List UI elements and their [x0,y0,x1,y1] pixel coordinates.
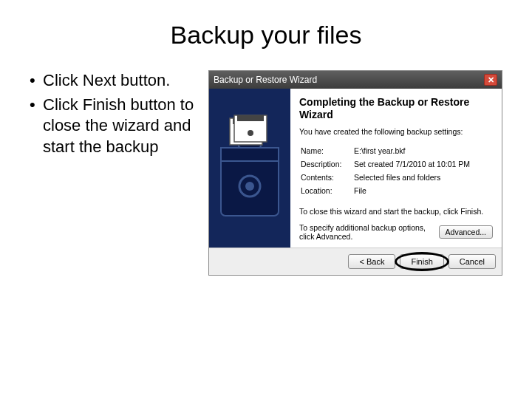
label-location: Location: [301,185,352,197]
bullet-list: Click Next button. Click Finish button t… [30,70,200,160]
advanced-instruction: To specify additional backup options, cl… [299,223,432,242]
value-contents: Selected files and folders [354,171,476,183]
dialog-title: Backup or Restore Wizard [214,75,317,85]
dialog-body: Completing the Backup or Restore Wizard … [209,89,502,248]
cancel-button[interactable]: Cancel [449,254,496,269]
close-button[interactable]: ✕ [484,74,497,86]
svg-rect-1 [221,148,279,161]
wizard-intro: You have created the following backup se… [299,127,493,136]
close-icon: ✕ [488,75,494,85]
wizard-dialog: Backup or Restore Wizard ✕ [208,70,502,276]
label-contents: Contents: [301,171,352,183]
dialog-footer: < Back Finish Cancel [209,248,502,275]
label-name: Name: [301,145,352,157]
dialog-titlebar: Backup or Restore Wizard ✕ [209,71,502,89]
bullet-item: Click Finish button to close the wizard … [30,95,200,158]
slide: Backup your files Click Next button. Cli… [0,0,532,399]
table-row: Description: Set created 7/1/2010 at 10:… [301,158,476,170]
finish-instruction: To close this wizard and start the backu… [299,207,493,216]
svg-point-10 [248,130,253,136]
settings-table: Name: E:\first year.bkf Description: Set… [299,143,477,198]
advanced-row: To specify additional backup options, cl… [299,223,493,242]
bullet-item: Click Next button. [30,70,200,92]
wizard-main: Completing the Backup or Restore Wizard … [290,89,502,248]
slide-title: Backup your files [30,21,502,50]
backup-icon [216,112,283,223]
table-row: Location: File [301,185,476,197]
label-description: Description: [301,158,352,170]
wizard-heading: Completing the Backup or Restore Wizard [299,96,493,121]
advanced-button[interactable]: Advanced... [439,225,493,239]
value-location: File [354,185,476,197]
wizard-sidebar [209,89,290,248]
table-row: Name: E:\first year.bkf [301,145,476,157]
finish-button[interactable]: Finish [400,254,443,269]
value-name: E:\first year.bkf [354,145,476,157]
value-description: Set created 7/1/2010 at 10:01 PM [354,158,476,170]
svg-rect-9 [237,115,264,121]
table-row: Contents: Selected files and folders [301,171,476,183]
svg-point-4 [245,182,254,191]
content-row: Click Next button. Click Finish button t… [30,70,502,276]
back-button[interactable]: < Back [348,254,395,269]
